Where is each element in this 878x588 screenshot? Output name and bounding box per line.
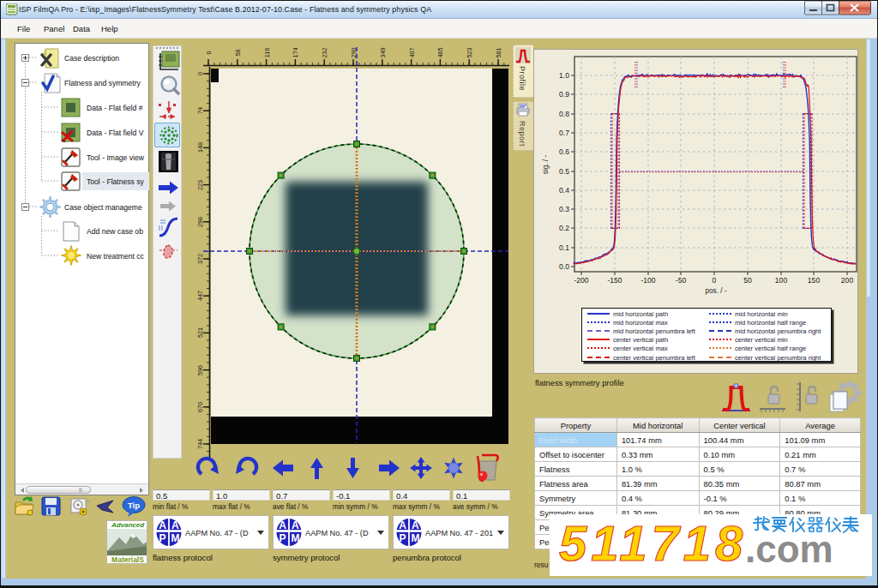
svg-text:100: 100 bbox=[775, 276, 788, 285]
svg-text:-100: -100 bbox=[640, 276, 655, 285]
svg-text:0.1: 0.1 bbox=[559, 243, 569, 252]
svg-text:0.4: 0.4 bbox=[559, 186, 569, 195]
svg-text:-50: -50 bbox=[676, 276, 687, 285]
svg-text:A: A bbox=[279, 519, 286, 531]
svg-text:50: 50 bbox=[743, 276, 752, 285]
svg-text:M: M bbox=[411, 532, 419, 544]
svg-text:P: P bbox=[159, 532, 166, 544]
svg-text:M: M bbox=[291, 532, 299, 544]
svg-text:0.3: 0.3 bbox=[559, 205, 569, 213]
svg-text:pos. / -: pos. / - bbox=[705, 287, 726, 295]
svg-text:1.0: 1.0 bbox=[559, 71, 569, 80]
svg-text:200: 200 bbox=[841, 276, 854, 285]
svg-text:A: A bbox=[412, 519, 419, 531]
svg-text:150: 150 bbox=[808, 276, 821, 285]
svg-text:0.0: 0.0 bbox=[559, 262, 569, 271]
svg-text:-200: -200 bbox=[574, 276, 588, 285]
svg-text:A: A bbox=[399, 519, 406, 531]
svg-text:P: P bbox=[400, 532, 406, 544]
svg-text:0.8: 0.8 bbox=[559, 110, 569, 118]
svg-text:M: M bbox=[171, 532, 179, 544]
svg-text:sig. / -: sig. / - bbox=[542, 155, 550, 175]
svg-text:A: A bbox=[292, 519, 299, 531]
svg-text:P: P bbox=[280, 532, 286, 544]
svg-text:Tip: Tip bbox=[128, 501, 140, 510]
svg-text:0.9: 0.9 bbox=[559, 90, 569, 99]
svg-text:0: 0 bbox=[713, 276, 717, 285]
svg-text:0.6: 0.6 bbox=[559, 147, 569, 156]
svg-text:A: A bbox=[159, 519, 166, 531]
svg-text:0.7: 0.7 bbox=[559, 129, 569, 137]
svg-text:A: A bbox=[171, 519, 179, 531]
svg-text:-150: -150 bbox=[607, 276, 622, 285]
svg-text:0.5: 0.5 bbox=[559, 167, 569, 176]
svg-text:0.2: 0.2 bbox=[559, 224, 569, 232]
